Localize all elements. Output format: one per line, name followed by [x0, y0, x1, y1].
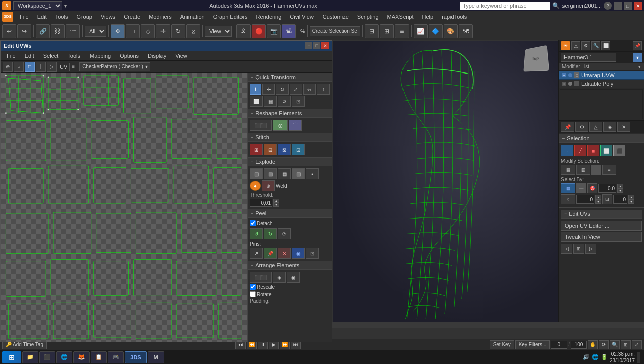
- mod-remove-btn[interactable]: ✕: [617, 122, 630, 132]
- render-frame-btn[interactable]: 📷: [267, 24, 281, 38]
- menu-item-modifiers[interactable]: Modifiers: [145, 13, 176, 21]
- vp-nav-zoom[interactable]: 🔍: [610, 340, 620, 349]
- ae-btn-1[interactable]: ⬛⬛: [250, 272, 272, 283]
- filter-dropdown[interactable]: All: [85, 26, 106, 37]
- st-btn-4[interactable]: ⊡: [292, 144, 305, 155]
- menu-item-maxscript[interactable]: MAXScript: [383, 13, 418, 21]
- undo-btn[interactable]: ↩: [2, 24, 16, 38]
- sel-val2-down[interactable]: ▼: [595, 199, 601, 204]
- scale-btn[interactable]: ⧖: [186, 24, 200, 38]
- edit-uvs-icon-2[interactable]: ⊞: [573, 244, 584, 254]
- modifier-item-editable-poly[interactable]: + □ Editable Poly: [559, 80, 644, 88]
- menu-item-file[interactable]: File: [16, 13, 33, 21]
- menu-item-edit[interactable]: Edit: [33, 13, 51, 21]
- maximize-btn[interactable]: □: [624, 2, 632, 10]
- toggle-ribbon-btn[interactable]: 🎗: [236, 24, 251, 38]
- create-selection-input[interactable]: [310, 26, 360, 36]
- taskbar-app-game[interactable]: 🎮: [108, 351, 124, 363]
- menu-item-create[interactable]: Create: [120, 13, 144, 21]
- taskbar-app-explorer[interactable]: 📁: [22, 351, 38, 363]
- taskbar-time-date[interactable]: 02:38 p.m. 23/10/2017: [610, 351, 635, 364]
- help-btn[interactable]: ?: [604, 2, 612, 10]
- mod-sel-btn-2[interactable]: ▧: [576, 165, 590, 175]
- pin-select-btn[interactable]: ↗: [250, 248, 263, 259]
- uvw-menu-select[interactable]: Select: [39, 52, 63, 60]
- select-link-btn[interactable]: 🔗: [36, 24, 50, 38]
- qt-add-btn[interactable]: +: [250, 84, 261, 95]
- select-region-btn[interactable]: □: [126, 24, 140, 38]
- ae-btn-3[interactable]: ◉: [287, 272, 300, 283]
- rotate-btn[interactable]: ↻: [171, 24, 185, 38]
- sel-by-circle-icon[interactable]: ○: [561, 194, 575, 204]
- vp-nav-zoom-all[interactable]: ⊞: [621, 340, 631, 349]
- mod-configure-btn[interactable]: ⚙: [575, 122, 588, 132]
- menu-item-animation[interactable]: Animation: [176, 13, 209, 21]
- minimize-btn[interactable]: −: [614, 2, 622, 10]
- select-obj-btn[interactable]: ✥: [111, 24, 125, 38]
- reshape-elements-header[interactable]: − Reshape Elements: [248, 109, 332, 118]
- uvw-menu-mapping[interactable]: Mapping: [86, 52, 115, 60]
- sel-val1-down[interactable]: ▼: [617, 188, 623, 193]
- menu-item-group[interactable]: Group: [72, 13, 96, 21]
- menu-item-scripting[interactable]: Scripting: [353, 13, 383, 21]
- open-uv-editor-btn[interactable]: Open UV Editor ...: [561, 221, 642, 231]
- uvw-menu-display[interactable]: Display: [144, 52, 170, 60]
- qt-rotate-btn[interactable]: ↻: [276, 84, 288, 95]
- total-frames-input[interactable]: [571, 341, 587, 349]
- viewport-3d[interactable]: Top: [332, 40, 558, 322]
- mod-icon-1[interactable]: ☀: [561, 41, 570, 50]
- uvw-menu-view[interactable]: View: [171, 52, 191, 60]
- tweak-in-view-btn[interactable]: Tweak In View: [561, 232, 642, 242]
- modifier-item-unwrap[interactable]: − □ Unwrap UVW: [559, 71, 644, 80]
- edit-uvs-icon-3[interactable]: ▷: [585, 244, 596, 254]
- edit-uvs-header[interactable]: − Edit UVs: [561, 210, 642, 219]
- qt-move-btn[interactable]: ✛: [262, 84, 275, 95]
- render-btn[interactable]: 📽: [282, 24, 296, 38]
- qt-extra1-btn[interactable]: ⊡: [292, 96, 305, 107]
- selection-header[interactable]: − Selection: [559, 134, 644, 143]
- material-btn[interactable]: 🎨: [444, 24, 458, 38]
- qt-scale-btn[interactable]: ⤢: [290, 84, 302, 95]
- threshold-up-btn[interactable]: ▲: [273, 199, 279, 203]
- detach-checkbox[interactable]: [250, 220, 256, 226]
- menu-item-views[interactable]: Views: [97, 13, 119, 21]
- menu-item-rendering[interactable]: Rendering: [252, 13, 286, 21]
- sel-val3-up[interactable]: ▲: [628, 195, 634, 199]
- mod-sel-btn-1[interactable]: ▦: [561, 165, 575, 175]
- render-setup-btn[interactable]: 🔴: [252, 24, 266, 38]
- modifier-dropdown-btn[interactable]: ▾: [633, 53, 642, 62]
- key-filters-btn[interactable]: Key Filters...: [515, 340, 550, 349]
- bind-space-warp-btn[interactable]: 〰: [66, 24, 80, 38]
- vp-nav-orbit[interactable]: ⟳: [599, 340, 609, 349]
- qt-rotate2-btn[interactable]: ↺: [278, 96, 291, 107]
- ae-btn-2[interactable]: ◈: [273, 272, 286, 283]
- peel-header[interactable]: − Peel: [248, 209, 332, 218]
- close-btn[interactable]: ✕: [634, 2, 642, 10]
- re-smooth-btn[interactable]: ⌒: [289, 120, 302, 131]
- schematic-btn[interactable]: 🔷: [429, 24, 443, 38]
- st-btn-3[interactable]: ⊠: [278, 144, 291, 155]
- pin-add-btn[interactable]: 📌: [264, 248, 277, 259]
- stitch-header[interactable]: − Stitch: [248, 133, 332, 142]
- uvw-menu-file[interactable]: File: [3, 52, 20, 60]
- uvw-menu-tools[interactable]: Tools: [63, 52, 85, 60]
- qt-box2-btn[interactable]: ▦: [264, 96, 277, 107]
- rescale-checkbox[interactable]: [250, 284, 256, 290]
- rotate-checkbox[interactable]: [250, 291, 256, 297]
- menu-item-civil-view[interactable]: Civil View: [286, 13, 317, 21]
- sel-by-icon-1[interactable]: 🎯: [587, 183, 597, 193]
- weld-active-btn[interactable]: ●: [250, 181, 261, 191]
- view-dropdown[interactable]: View: [205, 26, 232, 37]
- object-name-input[interactable]: [561, 53, 616, 62]
- ex-btn-5[interactable]: ▪: [306, 168, 319, 179]
- map-btn[interactable]: 🗺: [459, 24, 473, 38]
- sel-point-icon[interactable]: ⬛: [613, 145, 625, 156]
- sel-element-icon[interactable]: ⬜: [600, 145, 612, 156]
- pin-remove-btn[interactable]: ✕: [278, 248, 291, 259]
- show-desktop-btn[interactable]: [637, 352, 640, 363]
- tray-icon-1[interactable]: 🔊: [583, 354, 590, 360]
- peel-btn-3[interactable]: ⟳: [278, 228, 291, 239]
- ex-btn-3[interactable]: ▦: [278, 168, 291, 179]
- mod-icon-2[interactable]: △: [571, 41, 580, 50]
- sel-vertex-icon[interactable]: ·: [561, 145, 573, 156]
